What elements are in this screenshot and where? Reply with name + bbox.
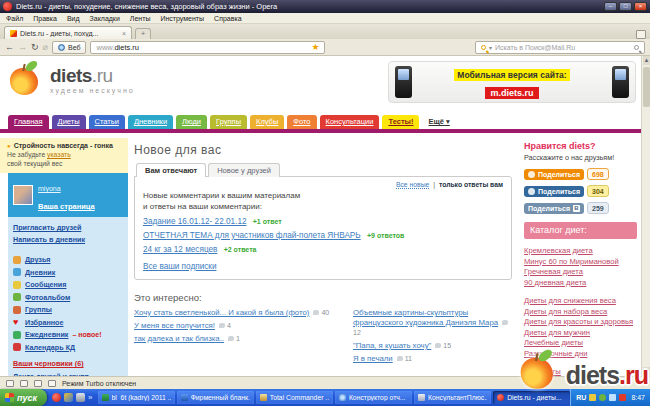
reply-link-2[interactable]: ОТЧЕТНАЯ ТЕМА для участников флай-полета… xyxy=(143,231,361,240)
ie-icon xyxy=(339,394,346,401)
tab-friends-new[interactable]: Новое у друзей xyxy=(208,163,280,177)
minimize-button[interactable]: – xyxy=(604,2,617,11)
link-icon[interactable]: ⌀ xyxy=(43,42,48,52)
zoom-icon[interactable] xyxy=(34,380,42,387)
search-input[interactable] xyxy=(495,44,631,51)
sidebar-item-planner[interactable]: Ежедневник– новое! xyxy=(13,330,123,339)
diet-link-kremlin[interactable]: Кремлевская диета xyxy=(524,246,637,257)
reply-link-3[interactable]: 24 кг за 12 месяцев xyxy=(143,245,217,254)
page-scrollbar[interactable]: ▲ ▼ xyxy=(641,56,650,376)
task-button-word[interactable]: Фирменный бланк... xyxy=(177,391,254,404)
write-diary-link[interactable]: Написать в дневник xyxy=(13,235,123,244)
overlay-logo-word: diets xyxy=(566,361,619,389)
close-button[interactable]: × xyxy=(634,2,647,11)
nav-tab-diety[interactable]: Диеты xyxy=(52,115,86,129)
sidebar-item-favorites[interactable]: ♥Избранное xyxy=(13,318,123,327)
share-button-mailru[interactable]: Поделиться xyxy=(524,186,584,197)
interesting-link[interactable]: "Папа, я кушать хочу" xyxy=(353,341,431,350)
diet-cat-weight-loss[interactable]: Диеты для снижения веса xyxy=(524,296,637,307)
search-engine-icon[interactable] xyxy=(481,45,486,50)
turbo-status[interactable]: Режим Turbo отключен xyxy=(62,380,136,387)
web-mode-button[interactable]: Веб xyxy=(52,41,87,54)
mobile-version-banner[interactable]: Мобильная версия сайта: m.diets.ru xyxy=(388,61,636,103)
sidebar-item-groups[interactable]: Группы xyxy=(13,305,123,314)
diet-cat-men[interactable]: Диеты для мужчин xyxy=(524,328,637,339)
diet-cat-medical[interactable]: Лечебные диеты xyxy=(524,338,637,349)
diet-link-buckwheat[interactable]: Гречневая диета xyxy=(524,267,637,278)
search-go-icon[interactable] xyxy=(634,45,639,50)
forward-button[interactable]: → xyxy=(18,42,27,52)
sidebar-item-calendar[interactable]: Календарь КД xyxy=(13,343,123,352)
sidebar-item-messages[interactable]: Сообщения xyxy=(13,280,123,289)
mobile-banner-url[interactable]: m.diets.ru xyxy=(485,87,538,99)
task-button-excel[interactable]: bl_6t (kadry) 2011 ... xyxy=(98,391,175,404)
browser-tab-active[interactable]: Diets.ru - диеты, похуд... × xyxy=(4,26,132,39)
quicklaunch-icon[interactable] xyxy=(64,393,73,402)
reply-link-1[interactable]: Задание 16.01.12- 22.01.12 xyxy=(143,217,247,226)
camera-icon[interactable] xyxy=(48,380,56,387)
menu-file[interactable]: Файл xyxy=(6,15,23,22)
panels-icon[interactable] xyxy=(636,30,646,39)
interesting-link[interactable]: Объемные картины-скульптуры французского… xyxy=(353,308,498,327)
nav-tab-konsultacii[interactable]: Консультации xyxy=(320,115,380,129)
interesting-link[interactable]: так далека и так близка.. xyxy=(134,334,224,343)
search-engine-dropdown-icon[interactable]: ▾ xyxy=(489,44,492,51)
your-page-link[interactable]: Ваша страница xyxy=(38,202,95,211)
quicklaunch-icon[interactable] xyxy=(76,393,85,402)
nav-tab-lyudi[interactable]: Люди xyxy=(176,115,207,129)
bookmark-star-icon[interactable]: ★ xyxy=(311,43,319,52)
back-button[interactable]: ← xyxy=(5,42,14,52)
nav-tab-glavnaya[interactable]: Главная xyxy=(8,115,49,129)
avatar[interactable] xyxy=(13,185,33,205)
nav-tab-dnevniki[interactable]: Дневники xyxy=(128,115,173,129)
nav-tab-testy[interactable]: Тесты! xyxy=(382,115,419,129)
menu-help[interactable]: Справка xyxy=(214,15,241,22)
new-tab-button[interactable]: + xyxy=(135,28,151,39)
nav-tab-kluby[interactable]: Клубы xyxy=(250,115,284,129)
notice-link[interactable]: указать xyxy=(47,151,71,158)
menu-edit[interactable]: Правка xyxy=(33,15,57,22)
task-button-totalcmd[interactable]: Total Commander ... xyxy=(256,391,333,404)
sidebar-item-friends[interactable]: Друзья xyxy=(13,255,123,264)
username-link[interactable]: miyona xyxy=(38,185,61,192)
scroll-thumb[interactable] xyxy=(643,67,650,107)
nav-tab-gruppy[interactable]: Группы xyxy=(210,115,247,129)
diet-link-90days[interactable]: 90 дневная диета xyxy=(524,278,637,289)
diet-link-minus60[interactable]: Минус 60 по Миримановой xyxy=(524,257,637,268)
task-button-constructor[interactable]: Конструктор отч... xyxy=(335,391,412,404)
reply-count-1: +1 ответ xyxy=(253,218,282,225)
tab-close-icon[interactable]: × xyxy=(122,30,126,37)
scroll-up-icon[interactable]: ▲ xyxy=(643,56,650,65)
all-subscriptions-link[interactable]: Все ваши подписки xyxy=(143,262,216,271)
site-logo[interactable]: diets.ru худеем нескучно xyxy=(10,60,135,96)
sync-icon[interactable] xyxy=(20,380,28,387)
sidebar-item-photoalbum[interactable]: Фотоальбом xyxy=(13,293,123,302)
interesting-link[interactable]: Я в печали xyxy=(353,354,393,363)
task-button-consultant[interactable]: КонсультантПлюс... xyxy=(414,391,491,404)
interesting-link[interactable]: У меня все получится! xyxy=(134,321,215,330)
quicklaunch-more-icon[interactable]: » xyxy=(88,393,92,402)
menu-tools[interactable]: Инструменты xyxy=(160,15,204,22)
tab-replies[interactable]: Вам отвечают xyxy=(136,163,206,177)
url-field[interactable]: www. diets.ru ★ xyxy=(90,41,325,54)
all-new-link[interactable]: Все новые xyxy=(396,181,429,189)
panel-toggle-icon[interactable] xyxy=(6,380,14,387)
sidebar-item-diary[interactable]: Дневник xyxy=(13,268,123,277)
invite-friends-link[interactable]: Пригласить друзей xyxy=(13,223,123,232)
share-button-vk[interactable]: Поделиться В xyxy=(524,203,584,214)
nav-tab-more[interactable]: Ещё ▾ xyxy=(422,115,455,129)
nav-tab-stati[interactable]: Статьи xyxy=(89,115,125,129)
start-button[interactable]: пуск xyxy=(0,389,47,406)
menu-bookmarks[interactable]: Закладки xyxy=(90,15,120,22)
reload-button[interactable]: ↻ xyxy=(31,42,39,52)
diet-cat-beauty-health[interactable]: Диеты для красоты и здоровья xyxy=(524,317,637,328)
menu-feeds[interactable]: Ленты xyxy=(130,15,151,22)
menu-view[interactable]: Вид xyxy=(67,15,80,22)
drafts-link[interactable]: Ваши черновики (6) xyxy=(13,359,123,368)
restore-button[interactable]: □ xyxy=(619,2,632,11)
share-button-odnoklassniki[interactable]: Поделиться xyxy=(524,169,584,180)
diet-cat-weight-gain[interactable]: Диеты для набора веса xyxy=(524,307,637,318)
opera-quicklaunch-icon[interactable] xyxy=(52,393,61,402)
interesting-link[interactable]: Хочу стать светленькой... И какой я была… xyxy=(134,308,309,317)
nav-tab-foto[interactable]: Фото xyxy=(287,115,316,129)
